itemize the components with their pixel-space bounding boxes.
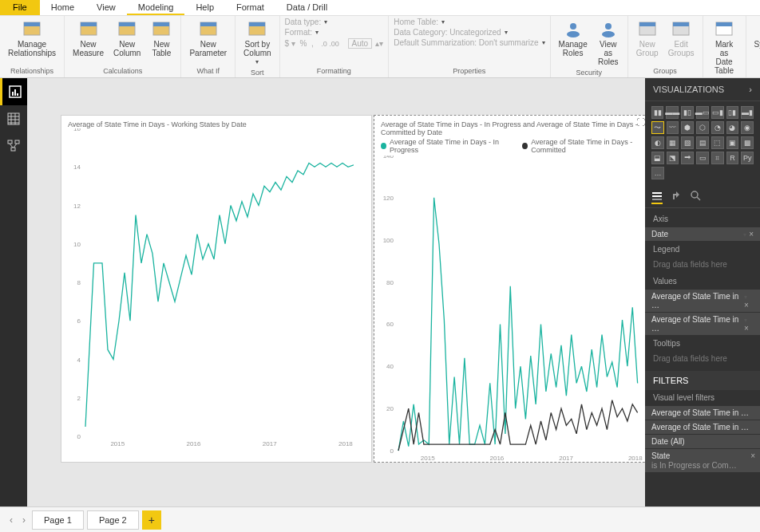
sort-by[interactable]: Sort byColumn▾ bbox=[240, 18, 274, 68]
menu-view[interactable]: View bbox=[85, 0, 127, 15]
svg-text:2015: 2015 bbox=[421, 455, 435, 462]
manage-rel[interactable]: ManageRelationships bbox=[5, 18, 59, 59]
new-group[interactable]: NewGroup bbox=[633, 18, 662, 59]
fields-tab[interactable] bbox=[651, 190, 663, 204]
remove-icon[interactable]: × bbox=[749, 230, 754, 238]
edit-groups[interactable]: EditGroups bbox=[665, 18, 698, 59]
report-canvas[interactable]: Average of State Time in Days - Working … bbox=[27, 78, 645, 506]
visual-0[interactable]: Average of State Time in Days - Working … bbox=[61, 115, 372, 463]
viz-type-19[interactable]: ▣ bbox=[726, 136, 739, 149]
svg-text:20: 20 bbox=[386, 405, 394, 412]
tooltips-drop[interactable]: Drag data fields here bbox=[645, 351, 760, 366]
filter-item[interactable]: Average of State Time in … bbox=[645, 406, 760, 420]
data-category-dropdown[interactable]: Data Category: Uncategorized ▾ bbox=[394, 28, 544, 37]
page-tab[interactable]: Page 1 bbox=[32, 510, 84, 530]
menu-help[interactable]: Help bbox=[184, 0, 225, 15]
format-tab[interactable] bbox=[671, 190, 682, 204]
viz-type-24[interactable]: ▭ bbox=[696, 152, 709, 164]
viz-type-22[interactable]: ⬔ bbox=[667, 152, 679, 164]
svg-rect-17 bbox=[639, 22, 655, 26]
view-data-tab[interactable] bbox=[0, 105, 27, 132]
svg-rect-1 bbox=[24, 22, 40, 26]
viz-type-3[interactable]: ▬▭ bbox=[696, 106, 709, 119]
values-pill[interactable]: Average of State Time in …▾ × bbox=[645, 313, 760, 335]
remove-icon[interactable]: × bbox=[744, 324, 749, 333]
viz-type-0[interactable]: ▮▮ bbox=[651, 106, 663, 119]
visual-1[interactable]: ⛶⋯Average of State Time in Days - In Pro… bbox=[374, 115, 645, 463]
svg-point-13 bbox=[567, 31, 580, 37]
synonyms[interactable]: Synonyms bbox=[751, 18, 760, 50]
svg-text:2018: 2018 bbox=[338, 440, 353, 447]
menu-format[interactable]: Format bbox=[225, 0, 275, 15]
viz-type-13[interactable]: ◉ bbox=[741, 121, 754, 134]
svg-rect-40 bbox=[11, 148, 15, 151]
viz-type-23[interactable]: ⮕ bbox=[681, 152, 694, 164]
new-table[interactable]: NewTable bbox=[147, 18, 176, 59]
svg-text:2018: 2018 bbox=[628, 455, 643, 462]
new-param[interactable]: NewParameter bbox=[186, 18, 230, 59]
filter-item[interactable]: Stateis In Progress or Com…× bbox=[645, 449, 760, 472]
new-column[interactable]: NewColumn bbox=[110, 18, 144, 59]
analytics-tab[interactable] bbox=[690, 190, 701, 204]
values-pill[interactable]: Average of State Time in …▾ × bbox=[645, 290, 760, 312]
focus-mode-icon[interactable]: ⛶ bbox=[636, 117, 645, 128]
viz-type-4[interactable]: ▭▮ bbox=[711, 106, 724, 119]
data-type-dropdown[interactable]: Data type: ▾ bbox=[285, 18, 384, 26]
format-dropdown[interactable]: Format: ▾ bbox=[285, 28, 384, 37]
viz-type-11[interactable]: ◔ bbox=[711, 121, 724, 134]
svg-rect-38 bbox=[8, 140, 12, 144]
filter-item[interactable]: Date (All) bbox=[645, 435, 760, 448]
menu-modeling[interactable]: Modeling bbox=[127, 0, 185, 15]
viz-type-6[interactable]: ▬▮ bbox=[741, 106, 754, 119]
viz-type-1[interactable]: ▬▬ bbox=[666, 106, 679, 119]
default-summarization-dropdown[interactable]: Default Summarization: Don't summarize ▾ bbox=[394, 38, 544, 47]
viz-type-18[interactable]: ⬚ bbox=[711, 136, 724, 149]
axis-pill[interactable]: Date▾ × bbox=[645, 227, 760, 241]
filter-item[interactable]: Average of State Time in … bbox=[645, 420, 760, 434]
menu-home[interactable]: Home bbox=[40, 0, 85, 15]
page-tab[interactable]: Page 2 bbox=[87, 510, 139, 530]
viz-type-28[interactable]: … bbox=[651, 167, 664, 179]
view-as[interactable]: View asRoles bbox=[594, 18, 623, 68]
page-next[interactable]: › bbox=[19, 514, 29, 526]
view-model-tab[interactable] bbox=[0, 132, 27, 160]
date-table[interactable]: Mark asDate Table▾ bbox=[708, 18, 741, 85]
viz-type-8[interactable]: 〰 bbox=[667, 121, 679, 134]
viz-type-2[interactable]: ▮▯ bbox=[681, 106, 693, 119]
visualizations-header[interactable]: VISUALIZATIONS› bbox=[645, 78, 760, 101]
viz-type-12[interactable]: ◕ bbox=[726, 121, 739, 134]
view-report-tab[interactable] bbox=[0, 78, 27, 105]
filters-header[interactable]: FILTERS bbox=[645, 371, 760, 390]
viz-type-16[interactable]: ▧ bbox=[681, 136, 694, 149]
viz-type-27[interactable]: Py bbox=[741, 152, 754, 164]
viz-type-14[interactable]: ◐ bbox=[651, 136, 664, 149]
viz-type-20[interactable]: ▩ bbox=[741, 136, 754, 149]
remove-icon[interactable]: × bbox=[750, 451, 755, 460]
viz-type-26[interactable]: R bbox=[726, 152, 739, 164]
menu-file[interactable]: File bbox=[0, 0, 40, 15]
home-table-dropdown[interactable]: Home Table: ▾ bbox=[394, 18, 544, 26]
viz-type-7[interactable]: 〜 bbox=[651, 121, 664, 134]
remove-icon[interactable]: × bbox=[744, 301, 749, 309]
svg-text:16: 16 bbox=[73, 128, 81, 132]
legend-drop[interactable]: Drag data fields here bbox=[645, 257, 760, 272]
viz-type-9[interactable]: ⬢ bbox=[681, 121, 694, 134]
svg-text:2015: 2015 bbox=[110, 440, 125, 447]
menu-datadrill[interactable]: Data / Drill bbox=[275, 0, 338, 15]
viz-type-21[interactable]: ⬓ bbox=[651, 152, 664, 164]
viz-type-15[interactable]: ▦ bbox=[667, 136, 679, 149]
viz-type-17[interactable]: ▤ bbox=[696, 136, 709, 149]
svg-rect-30 bbox=[14, 89, 16, 96]
svg-line-41 bbox=[10, 144, 13, 148]
svg-text:4: 4 bbox=[77, 357, 81, 364]
viz-type-5[interactable]: ▯▮ bbox=[726, 106, 738, 119]
new-measure[interactable]: NewMeasure bbox=[69, 18, 107, 59]
viz-gallery: ▮▮▬▬▮▯▬▭▭▮▯▮▬▮〜〰⬢⬡◔◕◉◐▦▧▤⬚▣▩⬓⬔⮕▭⌗RPy… bbox=[645, 101, 760, 187]
svg-text:2: 2 bbox=[77, 395, 81, 402]
manage-roles[interactable]: ManageRoles bbox=[556, 18, 591, 59]
viz-type-25[interactable]: ⌗ bbox=[711, 152, 724, 164]
page-prev[interactable]: ‹ bbox=[6, 514, 16, 526]
format-controls[interactable]: $ ▾ % , .0 .00 Auto ▴▾ bbox=[285, 38, 384, 49]
add-page-button[interactable]: + bbox=[142, 510, 161, 530]
viz-type-10[interactable]: ⬡ bbox=[696, 121, 709, 134]
